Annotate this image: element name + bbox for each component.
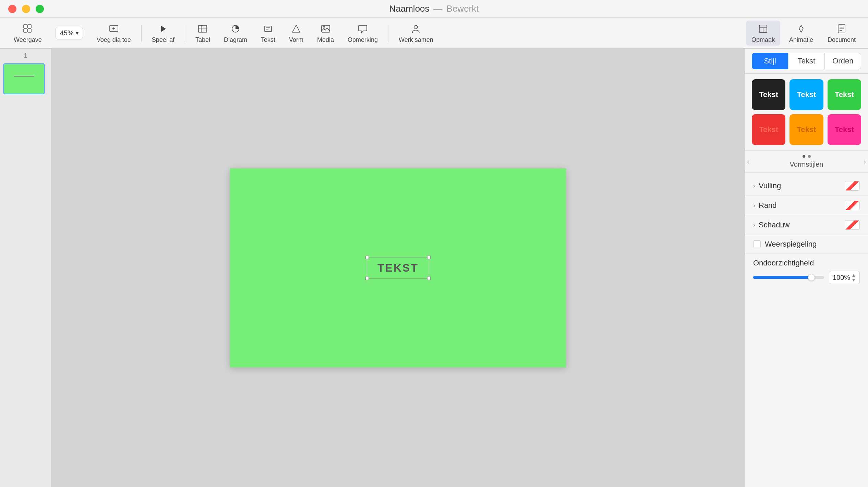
handle-bottom-right[interactable] xyxy=(427,277,431,280)
vulling-color-swatch[interactable] xyxy=(845,181,860,191)
toolbar-sep-3 xyxy=(388,25,388,42)
svg-marker-7 xyxy=(161,26,166,32)
document-label: Document xyxy=(828,36,856,44)
style-swatch-black[interactable]: Tekst xyxy=(752,79,785,110)
vorm-icon xyxy=(290,23,302,35)
toolbar-sep-1 xyxy=(141,25,142,42)
style-swatch-orange[interactable]: Tekst xyxy=(789,114,823,145)
prop-row-vulling[interactable]: › Vulling xyxy=(745,176,868,196)
voeg-dia-toe-icon xyxy=(108,23,120,35)
schaduw-color-swatch[interactable] xyxy=(845,220,860,230)
toolbar-item-vorm[interactable]: Vorm xyxy=(282,20,310,46)
rand-value xyxy=(845,201,860,210)
toolbar-item-zoom[interactable]: 45% ▾ xyxy=(49,24,90,42)
weerspiegeling-checkbox[interactable] xyxy=(753,240,761,248)
toolbar-right: Opmaak Animatie Document xyxy=(746,21,861,46)
svg-rect-8 xyxy=(198,25,207,32)
weergave-icon xyxy=(22,23,34,35)
slide-number-1: 1 xyxy=(3,52,48,59)
style-swatch-red[interactable]: Tekst xyxy=(752,114,785,145)
style-swatch-cyan[interactable]: Tekst xyxy=(789,79,823,110)
vulling-value xyxy=(845,181,860,191)
slide-list: 1 xyxy=(3,52,48,94)
toolbar-item-weergave[interactable]: Weergave xyxy=(7,20,49,46)
toolbar-item-speel-af[interactable]: Speel af xyxy=(145,20,181,46)
vulling-color-indicator xyxy=(845,181,860,191)
traffic-lights xyxy=(8,5,44,13)
weerspiegeling-label: Weerspiegeling xyxy=(765,240,817,249)
opacity-slider[interactable] xyxy=(753,276,824,279)
svg-rect-3 xyxy=(28,29,31,32)
style-tabs: Stijl Tekst Orden xyxy=(745,49,868,74)
tekst-icon xyxy=(262,23,274,35)
right-panel: Stijl Tekst Orden Tekst Tekst Tekst Teks… xyxy=(745,49,868,487)
canvas-area[interactable]: TEKST xyxy=(51,49,745,487)
styles-nav-right[interactable]: › xyxy=(864,157,866,166)
speel-af-icon xyxy=(157,23,169,35)
rand-color-swatch[interactable] xyxy=(845,201,860,210)
tabel-label: Tabel xyxy=(195,36,210,44)
style-swatch-pink[interactable]: Tekst xyxy=(828,114,861,145)
vormstijlen-section: Vormstijlen ‹ › xyxy=(745,151,868,173)
toolbar: Weergave 45% ▾ Voeg dia toe Speel af xyxy=(0,18,868,49)
tab-stijl[interactable]: Stijl xyxy=(752,53,788,69)
opmerking-icon xyxy=(357,23,369,35)
weergave-label: Weergave xyxy=(14,36,42,44)
minimize-button[interactable] xyxy=(22,5,30,13)
animatie-icon xyxy=(795,23,807,35)
schaduw-color-indicator xyxy=(845,220,860,230)
toolbar-item-diagram[interactable]: Diagram xyxy=(217,20,254,46)
schaduw-chevron-icon: › xyxy=(753,222,755,229)
svg-rect-17 xyxy=(322,25,330,32)
weerspiegeling-row[interactable]: Weerspiegeling xyxy=(745,235,868,254)
zoom-value: 45% xyxy=(60,29,74,37)
text-box-content[interactable]: TEKST xyxy=(377,262,419,274)
zoom-chevron-icon: ▾ xyxy=(76,30,79,36)
zoom-control[interactable]: 45% ▾ xyxy=(56,27,83,39)
maximize-button[interactable] xyxy=(36,5,44,13)
toolbar-item-tekst[interactable]: Tekst xyxy=(254,20,282,46)
slide-thumb-text-indicator xyxy=(14,76,34,76)
svg-marker-16 xyxy=(292,25,300,32)
diagram-icon xyxy=(229,23,242,35)
toolbar-item-media[interactable]: Media xyxy=(310,20,341,46)
dot-1 xyxy=(803,155,805,158)
opacity-slider-thumb[interactable] xyxy=(808,274,815,281)
toolbar-item-animatie[interactable]: Animatie xyxy=(784,21,819,46)
tab-tekst[interactable]: Tekst xyxy=(788,53,824,69)
properties-list: › Vulling › Rand › xyxy=(745,173,868,487)
opacity-value-box[interactable]: 100% ▲ ▼ xyxy=(829,271,860,284)
tab-orden[interactable]: Orden xyxy=(825,53,861,69)
diagram-label: Diagram xyxy=(224,36,247,44)
close-button[interactable] xyxy=(8,5,16,13)
opmerking-label: Opmerking xyxy=(348,36,378,44)
toolbar-item-voeg-dia-toe[interactable]: Voeg dia toe xyxy=(90,20,138,46)
toolbar-item-opmerking[interactable]: Opmerking xyxy=(341,20,385,46)
toolbar-sep-2 xyxy=(185,25,185,42)
prop-row-rand[interactable]: › Rand xyxy=(745,196,868,215)
handle-top-right[interactable] xyxy=(427,256,431,259)
toolbar-item-document[interactable]: Document xyxy=(822,21,861,46)
handle-top-left[interactable] xyxy=(365,256,369,259)
text-box[interactable]: TEKST xyxy=(367,257,429,279)
prop-row-schaduw[interactable]: › Schaduw xyxy=(745,215,868,235)
media-icon xyxy=(320,23,332,35)
opacity-stepper[interactable]: ▲ ▼ xyxy=(851,273,856,282)
opacity-value: 100% xyxy=(833,274,850,282)
vormstijlen-row xyxy=(745,152,868,161)
toolbar-item-werk-samen[interactable]: Werk samen xyxy=(392,20,440,46)
style-swatch-green[interactable]: Tekst xyxy=(828,79,861,110)
opacity-controls: 100% ▲ ▼ xyxy=(753,271,860,284)
rand-label: Rand xyxy=(759,201,845,210)
toolbar-item-opmaak[interactable]: Opmaak xyxy=(746,21,780,46)
toolbar-item-tabel[interactable]: Tabel xyxy=(189,20,217,46)
slide-panel: 1 xyxy=(0,49,51,487)
slide-thumbnail-1[interactable] xyxy=(3,63,45,94)
handle-bottom-left[interactable] xyxy=(365,277,369,280)
slide-canvas[interactable]: TEKST xyxy=(230,168,566,367)
svg-rect-0 xyxy=(24,25,27,28)
vulling-label: Vulling xyxy=(759,181,845,190)
styles-grid: Tekst Tekst Tekst Tekst Tekst Tekst xyxy=(745,74,868,151)
rand-color-indicator xyxy=(845,201,860,210)
styles-nav-left[interactable]: ‹ xyxy=(747,157,749,166)
